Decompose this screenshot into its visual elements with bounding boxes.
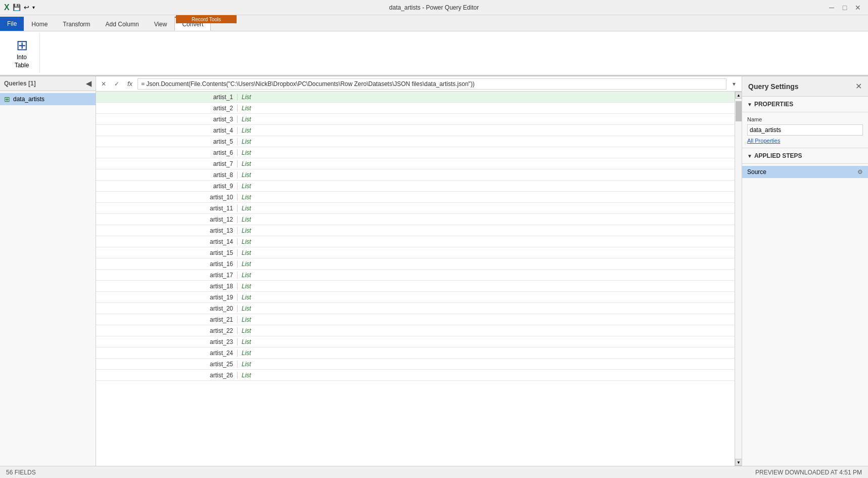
cell-value: List [238, 116, 735, 123]
window-title: data_artists - Power Query Editor [389, 4, 479, 11]
cell-key: artist_1 [96, 94, 238, 101]
scroll-up-button[interactable]: ▲ [735, 92, 742, 99]
cell-value: List [238, 216, 735, 223]
cell-key: artist_10 [96, 194, 238, 201]
queries-panel: Queries [1] ◀ ⊞ data_artists [0, 76, 96, 466]
table-row[interactable]: artist_7List [96, 158, 735, 169]
cell-value: List [238, 294, 735, 301]
cell-value: List [238, 238, 735, 245]
cell-key: artist_17 [96, 272, 238, 279]
scroll-thumb[interactable] [736, 101, 742, 121]
table-row[interactable]: artist_1List [96, 92, 735, 103]
cell-value: List [238, 183, 735, 190]
table-row[interactable]: artist_14List [96, 236, 735, 247]
cell-key: artist_13 [96, 227, 238, 234]
cell-key: artist_14 [96, 238, 238, 245]
properties-section: Name All Properties [742, 112, 868, 148]
table-row[interactable]: artist_17List [96, 270, 735, 281]
cell-key: artist_19 [96, 294, 238, 301]
table-row[interactable]: artist_16List [96, 258, 735, 270]
cell-value: List [238, 350, 735, 357]
query-settings-close-button[interactable]: ✕ [855, 81, 862, 91]
status-preview-time: PREVIEW DOWNLOADED AT 4:51 PM [755, 469, 862, 476]
cell-key: artist_2 [96, 105, 238, 112]
into-table-label: Into Table [15, 54, 29, 69]
quick-access-dropdown[interactable]: ▾ [32, 5, 35, 10]
table-row[interactable]: artist_26List [96, 370, 735, 381]
minimize-button[interactable]: ─ [826, 3, 838, 13]
title-bar-left: X 💾 ↩ ▾ [4, 3, 35, 12]
query-settings-header: Query Settings ✕ [742, 76, 868, 97]
table-row[interactable]: artist_15List [96, 247, 735, 258]
table-row[interactable]: artist_2List [96, 103, 735, 114]
query-name-input[interactable] [747, 124, 863, 136]
step-source[interactable]: Source ⚙ [742, 166, 868, 178]
maximize-button[interactable]: □ [839, 3, 851, 13]
cell-value: List [238, 160, 735, 167]
excel-logo-icon: X [4, 3, 10, 12]
quick-access-save[interactable]: 💾 [13, 4, 21, 11]
cell-key: artist_20 [96, 305, 238, 312]
query-settings-panel: Query Settings ✕ ▼ PROPERTIES Name All P… [742, 76, 868, 466]
cell-value: List [238, 227, 735, 234]
properties-arrow: ▼ [747, 102, 752, 107]
formula-expand-button[interactable]: ▾ [728, 78, 740, 90]
cell-value: List [238, 361, 735, 368]
cell-key: artist_22 [96, 327, 238, 334]
table-row[interactable]: artist_6List [96, 147, 735, 158]
cell-value: List [238, 105, 735, 112]
table-row[interactable]: artist_19List [96, 292, 735, 303]
table-row[interactable]: artist_5List [96, 136, 735, 147]
formula-input[interactable] [138, 78, 726, 90]
cell-value: List [238, 149, 735, 156]
formula-cancel-button[interactable]: ✕ [98, 78, 109, 90]
cell-key: artist_18 [96, 283, 238, 290]
cell-value: List [238, 272, 735, 279]
table-row[interactable]: artist_9List [96, 181, 735, 192]
query-item-data-artists[interactable]: ⊞ data_artists [0, 93, 96, 105]
cell-key: artist_5 [96, 138, 238, 145]
ribbon-tabs: File Home Transform Add Column View Conv… [0, 15, 868, 31]
cell-key: artist_15 [96, 249, 238, 256]
applied-steps-section-header: ▼ APPLIED STEPS [742, 148, 868, 164]
table-row[interactable]: artist_20List [96, 303, 735, 314]
vertical-scrollbar[interactable]: ▲ ▼ [735, 92, 742, 466]
table-row[interactable]: artist_25List [96, 359, 735, 370]
table-row[interactable]: artist_22List [96, 325, 735, 336]
table-row[interactable]: artist_4List [96, 125, 735, 136]
queries-collapse-icon[interactable]: ◀ [86, 79, 92, 88]
table-row[interactable]: artist_24List [96, 347, 735, 359]
cell-value: List [238, 316, 735, 323]
cell-value: List [238, 305, 735, 312]
tab-view[interactable]: View [147, 17, 175, 31]
applied-steps-list: Source ⚙ [742, 164, 868, 180]
all-properties-link[interactable]: All Properties [747, 138, 863, 144]
data-grid[interactable]: artist_1Listartist_2Listartist_3Listarti… [96, 92, 735, 466]
into-table-button[interactable]: ⊞ Into Table [9, 34, 34, 72]
cell-key: artist_6 [96, 149, 238, 156]
main-layout: Queries [1] ◀ ⊞ data_artists ✕ ✓ fx ▾ [0, 76, 868, 466]
tab-home[interactable]: Home [24, 17, 55, 31]
close-button[interactable]: ✕ [852, 3, 864, 13]
cell-value: List [238, 94, 735, 101]
table-row[interactable]: artist_13List [96, 225, 735, 236]
scroll-down-button[interactable]: ▼ [735, 459, 742, 466]
table-row[interactable]: artist_12List [96, 214, 735, 225]
table-row[interactable]: artist_11List [96, 203, 735, 214]
table-row[interactable]: artist_23List [96, 336, 735, 347]
table-row[interactable]: artist_10List [96, 192, 735, 203]
table-row[interactable]: artist_18List [96, 281, 735, 292]
table-row[interactable]: artist_8List [96, 169, 735, 181]
cell-key: artist_4 [96, 127, 238, 134]
quick-access-undo[interactable]: ↩ [24, 4, 29, 11]
table-row[interactable]: artist_3List [96, 114, 735, 125]
tab-add-column[interactable]: Add Column [98, 17, 147, 31]
table-row[interactable]: artist_21List [96, 314, 735, 325]
step-gear-icon[interactable]: ⚙ [857, 168, 863, 176]
formula-accept-button[interactable]: ✓ [111, 78, 122, 90]
queries-title: Queries [1] [4, 80, 36, 87]
tab-file[interactable]: File [0, 17, 24, 31]
tab-transform[interactable]: Transform [55, 17, 98, 31]
cell-key: artist_23 [96, 338, 238, 345]
cell-value: List [238, 338, 735, 345]
